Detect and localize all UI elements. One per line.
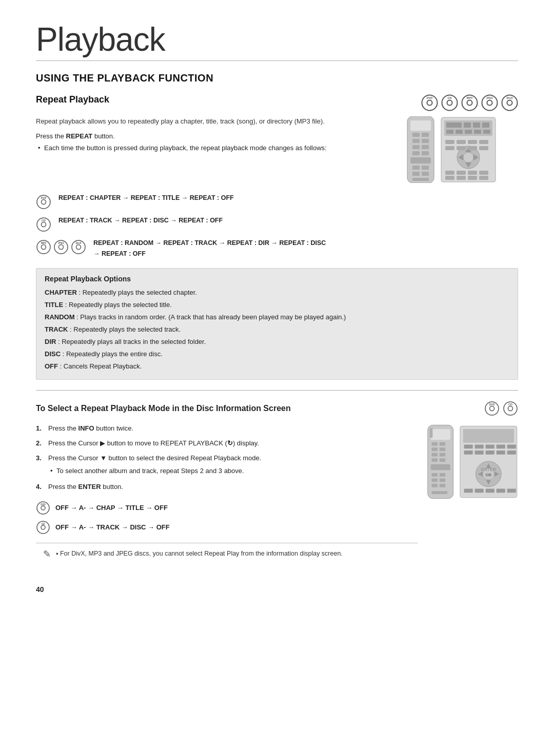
press-after: button. — [92, 132, 114, 140]
cd-repeat-mode-row: CD REPEAT : TRACK → REPEAT : DISC → REPE… — [36, 216, 518, 232]
svg-rect-134 — [486, 489, 494, 493]
dvd-repeat-mode-row: DVD REPEAT : CHAPTER → REPEAT : TITLE → … — [36, 193, 518, 210]
desc-text: Repeat playback allows you to repeatedly… — [36, 116, 395, 127]
svg-rect-25 — [410, 157, 431, 164]
svg-rect-93 — [430, 428, 433, 438]
svg-point-83 — [508, 406, 513, 411]
svg-point-68 — [42, 222, 46, 227]
svg-rect-107 — [431, 484, 437, 487]
option-disc: DISC : Repeatedly plays the entire disc. — [45, 349, 509, 360]
svg-rect-40 — [474, 130, 481, 134]
to-select-dvd-icon: DVD — [484, 401, 500, 416]
jpeg-disc-icon: JPEG — [481, 94, 498, 111]
to-select-disc-icons: DVD CD — [484, 401, 518, 416]
svg-rect-133 — [475, 489, 484, 493]
svg-rect-98 — [431, 453, 437, 457]
to-select-title: To Select a Repeat Playback Mode in the … — [36, 404, 476, 413]
svg-rect-117 — [497, 445, 505, 449]
flow-cd-row: CD OFF → A- → TRACK → DISC → OFF — [36, 520, 418, 535]
svg-rect-18 — [422, 133, 429, 137]
svg-rect-114 — [464, 445, 473, 449]
svg-rect-132 — [464, 489, 473, 493]
svg-rect-94 — [431, 442, 437, 446]
svg-rect-53 — [457, 146, 466, 150]
note-icon: ✎ — [43, 548, 51, 560]
svg-rect-48 — [445, 140, 454, 144]
step-3-text: Press the Cursor ▼ button to select the … — [48, 453, 261, 464]
svg-rect-34 — [464, 122, 471, 128]
dvd-mode-icon: DVD — [36, 194, 51, 210]
mp3-repeat-text: REPEAT : RANDOM → REPEAT : TRACK → REPEA… — [93, 238, 326, 259]
svg-text:CD: CD — [42, 219, 46, 222]
step-3: 3. Press the Cursor ▼ button to select t… — [36, 453, 418, 478]
svg-rect-22 — [422, 145, 429, 149]
mp3-disc-icon: MP3 — [461, 94, 478, 111]
flow-section: DVD OFF → A- → CHAP → TITLE → OFF CD OFF… — [36, 501, 418, 535]
svg-text:CD: CD — [41, 522, 45, 525]
svg-rect-30 — [412, 178, 429, 181]
svg-rect-105 — [431, 479, 437, 482]
svg-rect-57 — [457, 171, 466, 175]
svg-rect-33 — [446, 122, 462, 128]
svg-rect-17 — [412, 133, 420, 137]
svg-point-77 — [76, 245, 81, 250]
svg-rect-96 — [431, 447, 437, 451]
svg-point-1 — [427, 100, 432, 106]
svg-text:MP3: MP3 — [41, 241, 47, 244]
repeat-playback-section: Repeat playback allows you to repeatedly… — [36, 116, 518, 183]
repeat-bullet: Each time the button is pressed during p… — [36, 143, 395, 153]
svg-rect-35 — [473, 122, 480, 128]
svg-rect-24 — [422, 151, 429, 155]
options-list: CHAPTER : Repeatedly plays the selected … — [45, 287, 509, 373]
steps-content: 1. Press the INFO button twice. 2. Press… — [36, 423, 418, 565]
svg-text:CD: CD — [448, 96, 452, 99]
to-select-header: To Select a Repeat Playback Mode in the … — [36, 401, 518, 416]
step-2: 2. Press the Cursor ▶ button to move to … — [36, 438, 418, 449]
repeat-modes: DVD REPEAT : CHAPTER → REPEAT : TITLE → … — [36, 193, 518, 259]
svg-rect-62 — [468, 176, 477, 180]
option-random: RANDOM : Plays tracks in random order. (… — [45, 312, 509, 323]
mp3-repeat-mode-row: MP3 JPEG DivX REPEAT : RANDOM → REPEAT :… — [36, 238, 518, 259]
note-text: ▪ For DivX, MP3 and JPEG discs, you cann… — [56, 548, 343, 559]
svg-rect-51 — [479, 140, 488, 144]
svg-rect-119 — [464, 451, 473, 455]
flow-dvd-row: DVD OFF → A- → CHAP → TITLE → OFF — [36, 501, 418, 515]
svg-rect-115 — [475, 445, 484, 449]
top-disc-icons: DVD CD MP3 JPEG DivX — [421, 94, 518, 111]
option-title: TITLE : Repeatedly plays the selected ti… — [45, 299, 509, 311]
svg-rect-121 — [486, 451, 494, 455]
svg-rect-52 — [445, 146, 454, 150]
svg-rect-122 — [497, 451, 505, 455]
option-dir: DIR : Repeatedly plays all tracks in the… — [45, 336, 509, 348]
flow-cd-text: OFF → A- → TRACK → DISC → OFF — [55, 523, 170, 531]
svg-rect-97 — [440, 447, 445, 451]
svg-rect-38 — [456, 130, 463, 134]
svg-point-65 — [42, 200, 46, 205]
svg-point-10 — [487, 100, 492, 106]
steps-remote-left-svg — [426, 423, 455, 500]
section-title: USING THE PLAYBACK FUNCTION — [36, 72, 518, 84]
options-box-title: Repeat Playback Options — [45, 275, 509, 283]
svg-rect-36 — [482, 122, 489, 128]
svg-text:CD: CD — [508, 403, 512, 406]
svg-point-89 — [41, 525, 45, 529]
svg-text:JPEG: JPEG — [486, 96, 493, 99]
svg-rect-60 — [445, 176, 454, 180]
section-divider — [36, 390, 518, 391]
svg-point-7 — [467, 100, 472, 106]
svg-rect-103 — [431, 473, 437, 477]
svg-rect-19 — [412, 139, 420, 143]
flow-cd-icon: CD — [36, 520, 50, 535]
svg-rect-56 — [445, 171, 454, 175]
page-number: 40 — [36, 585, 518, 594]
repeat-bold: REPEAT — [66, 132, 93, 140]
svg-rect-106 — [440, 479, 445, 482]
svg-rect-29 — [422, 172, 429, 176]
svg-rect-41 — [483, 130, 490, 134]
svg-point-13 — [507, 100, 512, 106]
option-chapter: CHAPTER : Repeatedly plays the selected … — [45, 287, 509, 298]
svg-rect-136 — [507, 489, 516, 493]
svg-rect-59 — [479, 171, 488, 175]
svg-text:DVD: DVD — [427, 96, 433, 99]
divx-disc-icon: DivX — [501, 94, 518, 111]
